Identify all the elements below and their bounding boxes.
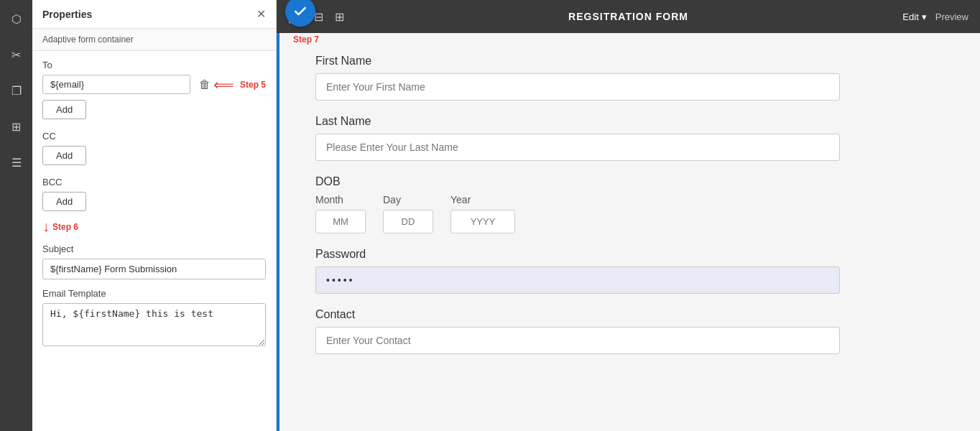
top-toolbar: ⬜ ⊟ ⊞ REGSITRATION FORM Edit ▾ Preview bbox=[277, 0, 980, 33]
dob-group: DOB Month Day Year bbox=[315, 175, 944, 233]
email-template-label: Email Template bbox=[42, 288, 266, 299]
subject-input[interactable] bbox=[42, 259, 266, 279]
year-input[interactable] bbox=[450, 210, 515, 233]
contact-input[interactable] bbox=[315, 327, 840, 354]
step5-text: Step 5 bbox=[240, 80, 266, 90]
delete-email-icon[interactable]: 🗑 bbox=[196, 75, 213, 94]
step5-arrow: ⟸ bbox=[213, 76, 234, 93]
panel-header: Properties ✕ Step 7 bbox=[32, 0, 276, 29]
icon-bar-home[interactable]: ⬡ bbox=[5, 7, 28, 30]
panel-close-button[interactable]: ✕ bbox=[256, 7, 266, 21]
email-template-textarea[interactable]: Hi, ${firstName} this is test bbox=[42, 303, 266, 346]
icon-bar-layers[interactable]: ☰ bbox=[5, 151, 28, 174]
password-group: Password bbox=[315, 248, 944, 294]
edit-chevron: ▾ bbox=[922, 11, 927, 22]
email-tag-row: 🗑 bbox=[42, 75, 213, 94]
password-label: Password bbox=[315, 248, 944, 261]
form-area: First Name Last Name DOB Month Day Yea bbox=[277, 33, 980, 431]
year-col: Year bbox=[450, 194, 515, 233]
day-input[interactable] bbox=[383, 210, 433, 233]
cc-label: CC bbox=[42, 131, 266, 142]
properties-panel: Properties ✕ Step 7 Adaptive form contai… bbox=[32, 0, 277, 431]
last-name-input[interactable] bbox=[315, 134, 840, 161]
panel-subtitle: Adaptive form container bbox=[32, 29, 276, 51]
toolbar-layout-icon[interactable]: ⊞ bbox=[335, 10, 344, 24]
edit-button[interactable]: Edit ▾ bbox=[902, 11, 926, 22]
contact-label: Contact bbox=[315, 308, 944, 321]
toolbar-title: REGSITRATION FORM bbox=[568, 11, 688, 22]
bcc-label: BCC bbox=[42, 177, 266, 187]
icon-bar: ⬡ ✂ ❐ ⊞ ☰ bbox=[0, 0, 32, 431]
to-add-button[interactable]: Add bbox=[42, 100, 86, 119]
dob-row: Month Day Year bbox=[315, 194, 944, 233]
to-label: To bbox=[42, 60, 266, 70]
main-area: ⬜ ⊟ ⊞ REGSITRATION FORM Edit ▾ Preview F… bbox=[277, 0, 980, 431]
step5-row: 🗑 ⟸ Step 5 bbox=[42, 75, 266, 94]
icon-bar-scissors[interactable]: ✂ bbox=[5, 43, 28, 66]
cc-add-row: Add bbox=[42, 146, 266, 168]
month-label: Month bbox=[315, 194, 343, 205]
icon-bar-grid[interactable]: ⊞ bbox=[5, 115, 28, 138]
to-add-row: Add bbox=[42, 100, 266, 122]
first-name-group: First Name bbox=[315, 55, 944, 101]
step6-arrow: ↓ bbox=[42, 218, 50, 235]
panel-body: To 🗑 ⟸ Step 5 Add CC Add BCC Add ↓ Step … bbox=[32, 51, 276, 431]
first-name-label: First Name bbox=[315, 55, 944, 68]
panel-title: Properties bbox=[42, 9, 92, 20]
day-label: Day bbox=[383, 194, 401, 205]
password-input[interactable] bbox=[315, 267, 840, 294]
step6-row: ↓ Step 6 bbox=[42, 218, 266, 235]
first-name-input[interactable] bbox=[315, 73, 840, 101]
icon-bar-copy[interactable]: ❐ bbox=[5, 79, 28, 102]
step7-label: Step 7 bbox=[293, 34, 319, 45]
subject-label: Subject bbox=[42, 244, 266, 254]
day-col: Day bbox=[383, 194, 433, 233]
bcc-add-row: Add bbox=[42, 192, 266, 214]
month-col: Month bbox=[315, 194, 366, 233]
step6-text: Step 6 bbox=[52, 222, 78, 232]
preview-button[interactable]: Preview bbox=[935, 11, 969, 22]
last-name-label: Last Name bbox=[315, 115, 944, 128]
last-name-group: Last Name bbox=[315, 115, 944, 161]
toolbar-right: Edit ▾ Preview bbox=[902, 11, 969, 22]
edit-label: Edit bbox=[902, 11, 918, 22]
contact-group: Contact bbox=[315, 308, 944, 354]
dob-label: DOB bbox=[315, 175, 944, 188]
cc-add-button[interactable]: Add bbox=[42, 146, 86, 165]
month-input[interactable] bbox=[315, 210, 366, 233]
bcc-add-button[interactable]: Add bbox=[42, 192, 86, 211]
year-label: Year bbox=[450, 194, 471, 205]
to-email-input[interactable] bbox=[42, 75, 190, 94]
